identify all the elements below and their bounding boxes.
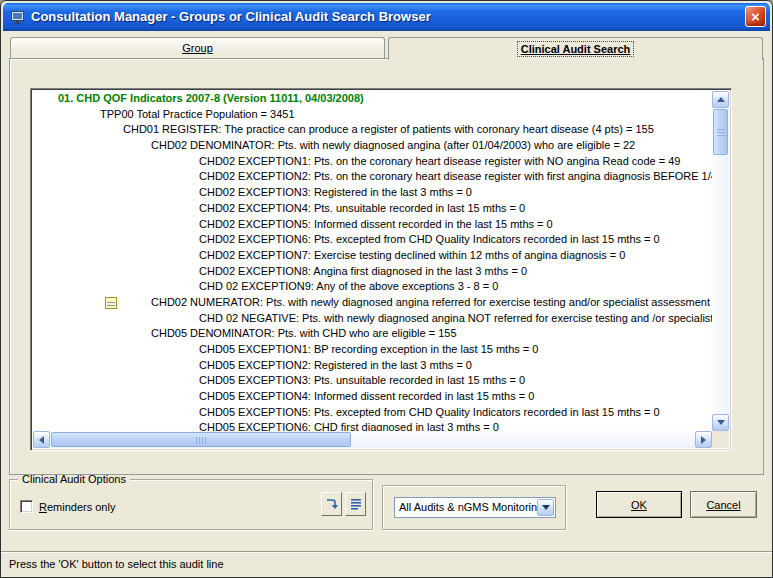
audit-row[interactable]: CHD02 EXCEPTION6: Pts. excepted from CHD… [33,232,712,248]
audit-row[interactable]: CHD02 EXCEPTION4: Pts. unsuitable record… [33,201,712,217]
audit-row-text: CHD 02 EXCEPTION9: Any of the above exce… [199,280,498,292]
audit-option-buttons [321,492,366,516]
arrow-up-icon [717,97,725,102]
audit-row[interactable]: CHD02 EXCEPTION2: Pts. on the coronary h… [33,169,712,185]
audit-row[interactable]: CHD01 REGISTER: The practice can produce… [33,122,712,138]
audit-row-text: CHD02 EXCEPTION7: Exercise testing decli… [199,249,625,261]
chevron-down-icon [542,505,550,510]
arrow-left-icon [39,436,44,444]
audit-row[interactable]: CHD02 EXCEPTION1: Pts. on the coronary h… [33,154,712,170]
status-bar: Press the 'OK' button to select this aud… [1,551,772,577]
audit-row-text: CHD02 DENOMINATOR: Pts. with newly diagn… [151,139,635,151]
audit-row-text: CHD05 DENOMINATOR: Pts. with CHD who are… [151,327,457,339]
scroll-left-button[interactable] [33,431,50,448]
vertical-scrollbar[interactable] [712,91,729,431]
audit-row[interactable]: CHD05 DENOMINATOR: Pts. with CHD who are… [33,326,712,342]
scroll-down-button[interactable] [712,414,729,431]
arrow-right-icon [701,436,706,444]
audit-row[interactable]: CHD05 EXCEPTION5: Pts. excepted from CHD… [33,405,712,421]
reminders-only-checkbox[interactable]: Reminders only [20,500,115,513]
audit-row-text: CHD02 EXCEPTION2: Pts. on the coronary h… [199,170,712,182]
cancel-button[interactable]: Cancel [690,491,757,518]
tab-clinical-audit-search[interactable]: Clinical Audit Search [388,37,763,60]
tab-group-label: Group [182,42,213,54]
audit-row[interactable]: CHD02 DENOMINATOR: Pts. with newly diagn… [33,138,712,154]
audit-row-text: CHD02 EXCEPTION3: Registered in the last… [199,186,472,198]
audit-row[interactable]: CHD05 EXCEPTION6: CHD first diagnosed in… [33,420,712,431]
tab-clinical-audit-search-label: Clinical Audit Search [519,43,633,55]
audit-row[interactable]: CHD05 EXCEPTION2: Registered in the last… [33,358,712,374]
horizontal-scrollbar-thumb[interactable] [51,432,351,447]
audit-row[interactable]: CHD02 EXCEPTION3: Registered in the last… [33,185,712,201]
audit-row-text: CHD05 EXCEPTION2: Registered in the last… [199,359,472,371]
audit-row-text: CHD02 EXCEPTION1: Pts. on the coronary h… [199,155,681,167]
list-lines-icon [349,497,363,511]
audit-filter-value: All Audits & nGMS Monitoring [399,498,543,517]
audit-row[interactable]: TPP00 Total Practice Population = 3451 [33,107,712,123]
audit-row-text: CHD 02 NEGATIVE: Pts. with newly diagnos… [199,312,712,324]
audit-filter-panel: All Audits & nGMS Monitoring [382,485,566,530]
audit-row[interactable]: CHD 02 NEGATIVE: Pts. with newly diagnos… [33,311,712,327]
close-button[interactable]: × [745,6,766,27]
titlebar: Consultation Manager - Groups or Clinica… [3,3,770,31]
audit-row[interactable]: CHD02 EXCEPTION5: Informed dissent recor… [33,217,712,233]
status-text: Press the 'OK' button to select this aud… [9,558,224,570]
scrollbar-corner [712,431,729,448]
audit-row-text: 01. CHD QOF Indicators 2007-8 (Version 1… [58,92,364,104]
flow-arrow-icon [325,497,339,511]
audit-row[interactable]: CHD02 EXCEPTION7: Exercise testing decli… [33,248,712,264]
audit-listbox: 01. CHD QOF Indicators 2007-8 (Version 1… [30,88,732,451]
audit-flow-button[interactable] [321,492,342,516]
audit-row[interactable]: CHD02 EXCEPTION8: Angina first diagnosed… [33,264,712,280]
audit-row[interactable]: CHD 02 EXCEPTION9: Any of the above exce… [33,279,712,295]
vertical-scrollbar-thumb[interactable] [713,109,728,155]
audit-row-text: CHD02 EXCEPTION8: Angina first diagnosed… [199,265,527,277]
audit-title-row[interactable]: 01. CHD QOF Indicators 2007-8 (Version 1… [33,91,712,107]
app-icon [10,9,26,25]
audit-row[interactable]: CHD05 EXCEPTION3: Pts. unsuitable record… [33,373,712,389]
reminders-only-label: Reminders only [39,501,115,513]
audit-list-rows: 01. CHD QOF Indicators 2007-8 (Version 1… [33,91,712,431]
clinical-audit-search-page: 01. CHD QOF Indicators 2007-8 (Version 1… [9,58,764,475]
audit-row[interactable]: CHD02 NUMERATOR: Pts. with newly diagnos… [33,295,712,311]
audit-row[interactable]: CHD05 EXCEPTION1: BP recording exception… [33,342,712,358]
audit-row-text: CHD02 EXCEPTION6: Pts. excepted from CHD… [199,233,660,245]
note-icon [105,297,117,309]
reminders-label-rest: eminders only [47,501,115,513]
audit-row-text: CHD05 EXCEPTION4: Informed dissent recor… [199,390,534,402]
window-title: Consultation Manager - Groups or Clinica… [31,3,431,31]
audit-row-text: CHD02 EXCEPTION4: Pts. unsuitable record… [199,202,525,214]
audit-row-text: CHD05 EXCEPTION6: CHD first diagnosed in… [199,421,499,431]
reminders-accel-letter: R [39,501,47,513]
audit-list-button[interactable] [345,492,366,516]
close-icon: × [751,9,760,24]
scroll-up-button[interactable] [712,91,729,108]
audit-row-text: CHD01 REGISTER: The practice can produce… [123,123,654,135]
audit-row-text: TPP00 Total Practice Population = 3451 [100,108,295,120]
ok-button[interactable]: OK [596,491,682,518]
clinical-audit-options-group: Clinical Audit Options Reminders only [9,479,373,530]
audit-row-text: CHD02 NUMERATOR: Pts. with newly diagnos… [151,296,712,308]
cancel-button-label: Cancel [706,499,740,511]
ok-button-label: OK [631,499,647,511]
tab-bar: Group Clinical Audit Search [10,37,763,58]
dropdown-button[interactable] [537,499,554,516]
audit-row-text: CHD05 EXCEPTION5: Pts. excepted from CHD… [199,406,660,418]
audit-row-text: CHD05 EXCEPTION3: Pts. unsuitable record… [199,374,525,386]
audit-row-text: CHD05 EXCEPTION1: BP recording exception… [199,343,538,355]
consultation-manager-window: Consultation Manager - Groups or Clinica… [0,0,773,578]
horizontal-scrollbar[interactable] [33,431,712,448]
tab-group[interactable]: Group [10,37,385,58]
audit-filter-dropdown[interactable]: All Audits & nGMS Monitoring [394,497,556,518]
scroll-right-button[interactable] [695,431,712,448]
audit-row-text: CHD02 EXCEPTION5: Informed dissent recor… [199,218,553,230]
checkbox-box[interactable] [20,500,33,513]
audit-row[interactable]: CHD05 EXCEPTION4: Informed dissent recor… [33,389,712,405]
arrow-down-icon [717,420,725,425]
